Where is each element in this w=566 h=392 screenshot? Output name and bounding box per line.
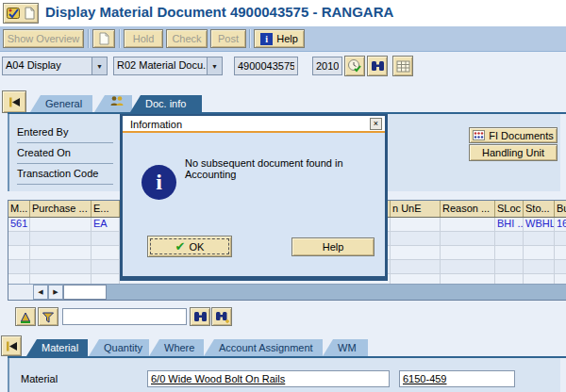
dialog-help-button[interactable]: Help [291,237,375,256]
grid-icon [396,59,410,74]
column-header[interactable]: Reason ... [441,201,495,217]
close-icon[interactable]: × [370,118,382,130]
entered-by-field: Entered By [17,126,113,143]
sort-button[interactable] [15,307,36,326]
dialog-title: Information [130,119,182,130]
ok-button[interactable]: ✔ OK [147,236,232,257]
scroll-left-button[interactable]: ◀ [33,285,48,300]
people-icon [109,95,125,107]
clock-check-icon [347,58,362,74]
sort-icon [19,311,32,323]
blank-page-icon [99,32,109,45]
material-description-field[interactable]: 6/0 Wide Wood Bolt On Rails [147,370,390,387]
tab-doc-info[interactable]: Doc. info [130,95,202,112]
title-bar: Display Material Document 4900043575 - R… [0,0,566,26]
pointer-flag-icon [8,96,22,108]
collapse-detail-button[interactable] [1,335,22,356]
scrollbar-track[interactable] [107,285,566,300]
handling-unit-button[interactable]: Handling Unit [469,144,558,161]
dialog-title-bar[interactable]: Information × [123,116,385,133]
filter-funnel-icon [42,311,55,323]
search-input[interactable] [62,308,187,325]
horizontal-scrollbar[interactable]: ◀ ▶ [8,284,566,300]
collapse-header-button[interactable] [2,90,26,113]
info-square-icon: i [260,33,273,45]
scrollbar-spacer [8,285,33,300]
info-icon: i [142,165,176,200]
filter-button[interactable] [38,307,58,326]
tab-account-assignment[interactable]: Account Assignment [204,339,323,356]
binoculars-next-icon [215,310,229,323]
transaction-code-field: Transaction Code [17,168,113,185]
page-title: Display Material Document 4900043575 - R… [45,4,393,20]
command-menu-button[interactable] [3,3,39,24]
column-header[interactable]: E... [92,201,120,217]
column-header[interactable]: SLoc [495,201,524,217]
chevron-down-icon[interactable]: ▼ [207,57,222,74]
fi-documents-icon [473,130,485,140]
chevron-down-icon[interactable]: ▼ [92,57,107,74]
document-icon [25,7,35,20]
fi-documents-button[interactable]: FI Documents [469,127,558,143]
find-next-button[interactable] [211,307,232,326]
information-dialog: Information × i No subsequent document f… [120,114,388,281]
app-window: Display Material Document 4900043575 - R… [0,0,566,392]
document-type-select[interactable]: R02 Material Docu.. ▼ [113,57,223,75]
created-on-field: Created On [17,147,113,164]
display-mode-select[interactable]: A04 Display ▼ [2,57,108,75]
post-button[interactable]: Post [210,29,246,48]
column-header[interactable]: Sto... [524,201,555,217]
material-label: Material [21,373,58,384]
column-header[interactable]: M... [8,201,30,217]
tab-where[interactable]: Where [149,339,204,356]
overview-grid-button[interactable] [392,56,413,76]
hold-button[interactable]: Hold [124,29,163,48]
sap-transaction-icon [7,7,21,20]
check-icon: ✔ [175,239,186,253]
column-header[interactable]: Bu [555,201,566,217]
scrollbar-thumb[interactable] [63,285,107,300]
column-header[interactable]: Purchase ... [30,201,92,217]
toolbar-separator [88,29,90,48]
find-button[interactable] [190,307,210,326]
pointer-flag-icon [5,340,19,352]
show-overview-button[interactable]: Show Overview [3,29,84,48]
toolbar-separator [249,29,251,48]
material-document-input[interactable] [234,57,298,75]
column-header[interactable]: n UnE [391,201,441,217]
binoculars-icon [371,59,385,73]
material-number-field[interactable]: 6150-459 [399,370,515,387]
scroll-right-button[interactable]: ▶ [48,285,63,300]
check-button[interactable]: Check [166,29,208,48]
binoculars-icon [193,310,208,323]
new-document-button[interactable] [92,29,115,48]
dialog-message: No subsequent document found in Accounti… [185,157,378,180]
execute-display-button[interactable] [344,56,365,76]
toolbar-separator [119,29,121,48]
tab-quantity[interactable]: Quantity [89,339,149,356]
tab-material[interactable]: Material [26,339,88,356]
year-input[interactable] [312,57,342,75]
help-button[interactable]: i Help [254,29,305,48]
tab-general[interactable]: General [30,95,92,112]
tab-partners[interactable] [94,95,132,112]
tab-wm[interactable]: WM [323,339,368,356]
find-document-button[interactable] [367,56,388,76]
